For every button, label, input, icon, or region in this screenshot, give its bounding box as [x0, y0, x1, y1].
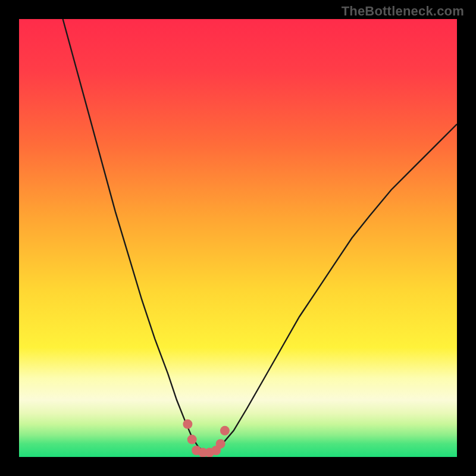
plot-area: [19, 19, 457, 457]
watermark-text: TheBottleneck.com: [342, 4, 464, 19]
valley-marker: [220, 426, 230, 436]
valley-marker: [187, 435, 197, 444]
valley-marker: [183, 419, 192, 429]
chart-frame: TheBottleneck.com: [0, 0, 476, 476]
valley-marker: [216, 439, 226, 449]
chart-background: [19, 19, 457, 457]
chart-svg: [19, 19, 457, 457]
